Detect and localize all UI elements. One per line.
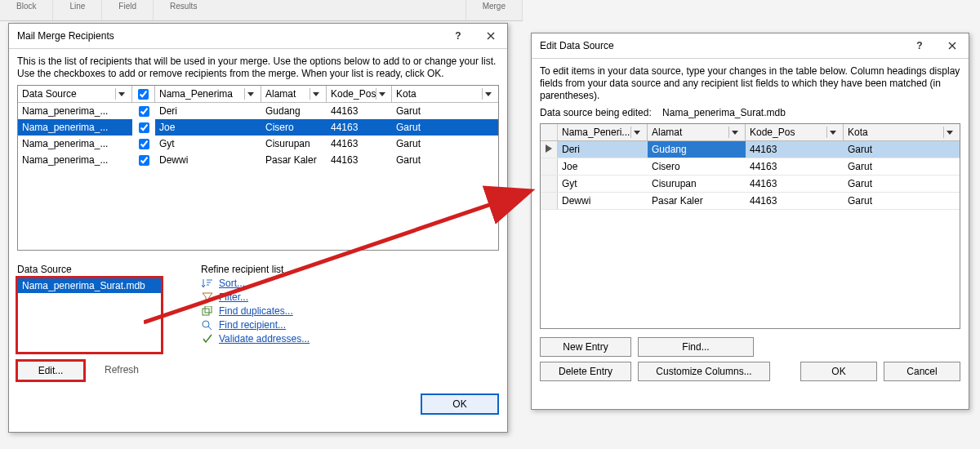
refine-list-label: Refine recipient list	[201, 264, 499, 275]
data-source-list[interactable]: Nama_penerima_Surat.mdb	[17, 278, 162, 353]
chevron-down-icon[interactable]	[244, 88, 256, 100]
row-checkbox[interactable]	[139, 139, 149, 149]
chevron-down-icon[interactable]	[630, 127, 643, 138]
filter-icon	[201, 291, 214, 303]
find-duplicates-link[interactable]: Find duplicates...	[219, 305, 293, 317]
mail-merge-recipients-dialog: Mail Merge Recipients ? This is the list…	[8, 23, 508, 433]
table-row[interactable]: JoeCisero44163Garut	[541, 158, 960, 176]
cancel-button[interactable]: Cancel	[884, 362, 960, 381]
active-row-icon	[546, 144, 552, 155]
row-checkbox[interactable]	[139, 155, 149, 166]
row-selector[interactable]	[541, 158, 558, 175]
col-nama-penerima[interactable]: Nama_Peneri...	[558, 124, 648, 140]
row-selector[interactable]	[541, 176, 558, 192]
titlebar: Mail Merge Recipients ?	[9, 24, 507, 49]
table-row[interactable]: DeriGudang44163Garut	[541, 141, 960, 158]
dialog-title: Edit Data Source	[532, 40, 903, 51]
find-recipient-link[interactable]: Find recipient...	[219, 319, 286, 331]
validate-addresses-link[interactable]: Validate addresses...	[219, 333, 310, 345]
col-nama-penerima[interactable]: Nama_Penerima	[155, 86, 261, 102]
svg-rect-1	[205, 306, 212, 313]
close-button[interactable]	[936, 33, 969, 58]
delete-entry-button[interactable]: Delete Entry	[540, 362, 631, 381]
col-alamat[interactable]: Alamat	[261, 86, 327, 102]
col-kota[interactable]: Kota	[844, 124, 960, 140]
col-data-source[interactable]: Data Source	[18, 86, 132, 102]
edit-data-source-dialog: Edit Data Source ? To edit items in your…	[531, 33, 969, 410]
sort-link[interactable]: Sort...	[219, 278, 245, 289]
table-row[interactable]: Nama_penerima_...DewwiPasar Kaler44163Ga…	[18, 152, 498, 168]
close-button[interactable]	[474, 24, 507, 48]
col-alamat[interactable]: Alamat	[648, 124, 746, 140]
data-source-item[interactable]: Nama_penerima_Surat.mdb	[18, 278, 161, 293]
table-row[interactable]: Nama_penerima_...JoeCisero44163Garut	[18, 119, 498, 136]
svg-rect-0	[203, 309, 209, 315]
chevron-down-icon[interactable]	[115, 88, 127, 100]
svg-point-2	[203, 321, 209, 327]
help-button[interactable]: ?	[442, 24, 474, 48]
chevron-down-icon[interactable]	[376, 88, 387, 100]
find-icon	[201, 319, 214, 331]
row-selector-header	[541, 124, 558, 140]
col-kota[interactable]: Kota	[392, 86, 498, 102]
col-checkbox[interactable]	[132, 86, 155, 102]
data-source-edited-name: Nama_penerima_Surat.mdb	[662, 107, 786, 118]
chevron-down-icon[interactable]	[826, 127, 839, 138]
recipients-grid[interactable]: Data Source Nama_Penerima Alamat Kode_Po…	[17, 85, 499, 251]
data-source-edited-label: Data source being edited:	[540, 107, 652, 118]
row-checkbox[interactable]	[139, 106, 149, 117]
chevron-down-icon[interactable]	[943, 127, 956, 138]
new-entry-button[interactable]: New Entry	[540, 337, 631, 357]
find-button[interactable]: Find...	[638, 337, 754, 357]
row-selector[interactable]	[541, 141, 558, 158]
filter-link[interactable]: Filter...	[219, 291, 248, 303]
chevron-down-icon[interactable]	[310, 88, 322, 100]
edit-button[interactable]: Edit...	[17, 361, 84, 380]
dialog-instructions: This is the list of recipients that will…	[17, 56, 499, 80]
chevron-down-icon[interactable]	[482, 88, 494, 100]
data-source-label: Data Source	[17, 264, 176, 275]
ok-button[interactable]: OK	[800, 362, 877, 381]
table-row[interactable]: Nama_penerima_...GytCisurupan44163Garut	[18, 136, 498, 152]
chevron-down-icon[interactable]	[728, 127, 741, 138]
ribbon-stub: Block Line Field Results Merge	[0, 0, 523, 21]
ok-button[interactable]: OK	[421, 393, 499, 415]
row-selector[interactable]	[541, 193, 558, 209]
col-kode-pos[interactable]: Kode_Pos	[327, 86, 392, 102]
sort-icon	[201, 278, 214, 289]
help-button[interactable]: ?	[903, 33, 936, 58]
table-row[interactable]: GytCisurupan44163Garut	[541, 176, 960, 193]
titlebar: Edit Data Source ?	[532, 33, 969, 59]
header-checkbox[interactable]	[138, 89, 149, 100]
customize-columns-button[interactable]: Customize Columns...	[638, 362, 770, 381]
col-kode-pos[interactable]: Kode_Pos	[746, 124, 844, 140]
row-checkbox[interactable]	[139, 122, 149, 133]
dialog-instructions: To edit items in your data source, type …	[540, 65, 960, 102]
table-row[interactable]: DewwiPasar Kaler44163Garut	[541, 193, 960, 210]
validate-icon	[201, 333, 214, 345]
dialog-title: Mail Merge Recipients	[9, 30, 442, 42]
duplicates-icon	[201, 305, 214, 317]
refresh-button[interactable]: Refresh	[89, 361, 154, 379]
edit-grid[interactable]: Nama_Peneri... Alamat Kode_Pos Kota Deri…	[540, 123, 960, 329]
table-row[interactable]: Nama_penerima_...DeriGudang44163Garut	[18, 103, 498, 119]
